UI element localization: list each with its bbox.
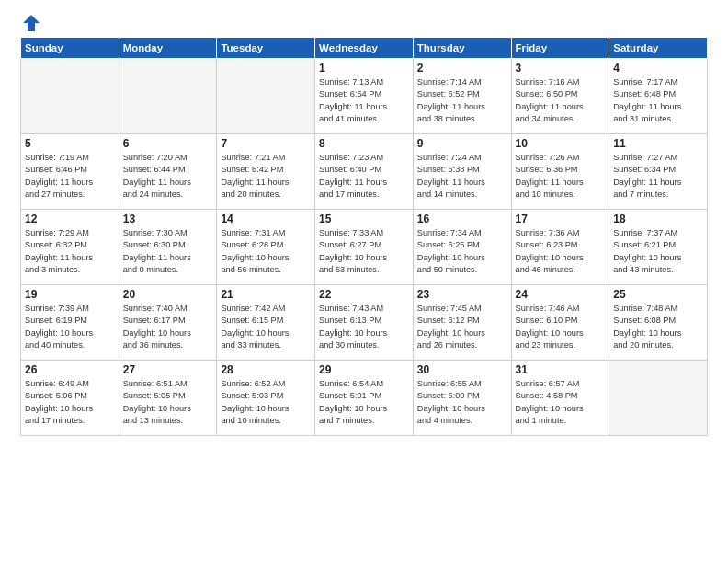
day-number: 27: [123, 363, 213, 376]
calendar-cell: 23Sunrise: 7:45 AM Sunset: 6:12 PM Dayli…: [413, 285, 511, 361]
calendar-cell: 25Sunrise: 7:48 AM Sunset: 6:08 PM Dayli…: [609, 285, 708, 361]
week-row-4: 19Sunrise: 7:39 AM Sunset: 6:19 PM Dayli…: [21, 285, 708, 361]
day-info: Sunrise: 6:51 AM Sunset: 5:05 PM Dayligh…: [123, 378, 213, 427]
calendar-cell: 22Sunrise: 7:43 AM Sunset: 6:13 PM Dayli…: [315, 285, 414, 361]
day-number: 10: [516, 137, 606, 150]
calendar-cell: 6Sunrise: 7:20 AM Sunset: 6:44 PM Daylig…: [119, 134, 217, 210]
day-info: Sunrise: 6:49 AM Sunset: 5:06 PM Dayligh…: [25, 378, 115, 427]
day-number: 24: [516, 288, 606, 301]
day-number: 16: [417, 213, 507, 225]
week-row-5: 26Sunrise: 6:49 AM Sunset: 5:06 PM Dayli…: [21, 361, 708, 436]
day-number: 1: [319, 62, 409, 75]
weekday-header-tuesday: Tuesday: [217, 38, 315, 59]
day-info: Sunrise: 7:30 AM Sunset: 6:30 PM Dayligh…: [123, 227, 213, 276]
weekday-header-monday: Monday: [119, 38, 217, 59]
calendar-cell: 16Sunrise: 7:34 AM Sunset: 6:25 PM Dayli…: [413, 210, 511, 285]
weekday-header-sunday: Sunday: [21, 38, 119, 59]
day-number: 11: [613, 137, 703, 150]
calendar-cell: [119, 59, 217, 134]
weekday-header-friday: Friday: [511, 38, 609, 59]
day-info: Sunrise: 7:14 AM Sunset: 6:52 PM Dayligh…: [417, 76, 507, 125]
day-number: 25: [613, 288, 703, 301]
day-info: Sunrise: 7:48 AM Sunset: 6:08 PM Dayligh…: [613, 303, 703, 351]
day-info: Sunrise: 7:36 AM Sunset: 6:23 PM Dayligh…: [516, 227, 606, 276]
day-number: 23: [417, 288, 507, 301]
calendar-cell: 26Sunrise: 6:49 AM Sunset: 5:06 PM Dayli…: [21, 361, 119, 436]
day-number: 6: [123, 137, 213, 150]
calendar-cell: 19Sunrise: 7:39 AM Sunset: 6:19 PM Dayli…: [21, 285, 119, 361]
calendar-cell: 28Sunrise: 6:52 AM Sunset: 5:03 PM Dayli…: [217, 361, 315, 436]
day-info: Sunrise: 6:52 AM Sunset: 5:03 PM Dayligh…: [221, 378, 311, 427]
day-info: Sunrise: 7:29 AM Sunset: 6:32 PM Dayligh…: [25, 227, 115, 276]
header: [20, 17, 708, 29]
day-info: Sunrise: 6:55 AM Sunset: 5:00 PM Dayligh…: [417, 378, 507, 427]
calendar-cell: [21, 59, 119, 134]
week-row-2: 5Sunrise: 7:19 AM Sunset: 6:46 PM Daylig…: [21, 134, 708, 210]
svg-marker-0: [23, 15, 40, 31]
calendar-cell: 18Sunrise: 7:37 AM Sunset: 6:21 PM Dayli…: [609, 210, 708, 285]
calendar-cell: 21Sunrise: 7:42 AM Sunset: 6:15 PM Dayli…: [217, 285, 315, 361]
day-info: Sunrise: 7:33 AM Sunset: 6:27 PM Dayligh…: [319, 227, 409, 276]
weekday-header-row: SundayMondayTuesdayWednesdayThursdayFrid…: [21, 38, 708, 59]
logo: [20, 17, 41, 29]
calendar-cell: 17Sunrise: 7:36 AM Sunset: 6:23 PM Dayli…: [511, 210, 609, 285]
weekday-header-saturday: Saturday: [609, 38, 708, 59]
calendar-cell: 31Sunrise: 6:57 AM Sunset: 4:58 PM Dayli…: [511, 361, 609, 436]
calendar-cell: 27Sunrise: 6:51 AM Sunset: 5:05 PM Dayli…: [119, 361, 217, 436]
calendar-cell: 5Sunrise: 7:19 AM Sunset: 6:46 PM Daylig…: [21, 134, 119, 210]
day-number: 31: [516, 363, 606, 376]
calendar-cell: [217, 59, 315, 134]
calendar-cell: 2Sunrise: 7:14 AM Sunset: 6:52 PM Daylig…: [413, 59, 511, 134]
calendar-cell: 4Sunrise: 7:17 AM Sunset: 6:48 PM Daylig…: [609, 59, 708, 134]
calendar-cell: 14Sunrise: 7:31 AM Sunset: 6:28 PM Dayli…: [217, 210, 315, 285]
day-number: 3: [516, 62, 606, 75]
day-number: 13: [123, 213, 213, 225]
day-number: 26: [25, 363, 115, 376]
day-info: Sunrise: 7:20 AM Sunset: 6:44 PM Dayligh…: [123, 152, 213, 201]
week-row-3: 12Sunrise: 7:29 AM Sunset: 6:32 PM Dayli…: [21, 210, 708, 285]
calendar-cell: 9Sunrise: 7:24 AM Sunset: 6:38 PM Daylig…: [413, 134, 511, 210]
day-info: Sunrise: 7:39 AM Sunset: 6:19 PM Dayligh…: [25, 303, 115, 351]
day-info: Sunrise: 7:42 AM Sunset: 6:15 PM Dayligh…: [221, 303, 311, 351]
day-info: Sunrise: 7:13 AM Sunset: 6:54 PM Dayligh…: [319, 76, 409, 125]
calendar-cell: 30Sunrise: 6:55 AM Sunset: 5:00 PM Dayli…: [413, 361, 511, 436]
calendar-cell: 15Sunrise: 7:33 AM Sunset: 6:27 PM Dayli…: [315, 210, 414, 285]
calendar-cell: 11Sunrise: 7:27 AM Sunset: 6:34 PM Dayli…: [609, 134, 708, 210]
day-number: 4: [613, 62, 703, 75]
page: SundayMondayTuesdayWednesdayThursdayFrid…: [0, 0, 728, 563]
day-number: 30: [417, 363, 507, 376]
day-info: Sunrise: 7:45 AM Sunset: 6:12 PM Dayligh…: [417, 303, 507, 351]
day-info: Sunrise: 7:43 AM Sunset: 6:13 PM Dayligh…: [319, 303, 409, 351]
calendar-cell: 24Sunrise: 7:46 AM Sunset: 6:10 PM Dayli…: [511, 285, 609, 361]
calendar-cell: 8Sunrise: 7:23 AM Sunset: 6:40 PM Daylig…: [315, 134, 414, 210]
day-info: Sunrise: 7:27 AM Sunset: 6:34 PM Dayligh…: [613, 152, 703, 201]
day-info: Sunrise: 7:26 AM Sunset: 6:36 PM Dayligh…: [516, 152, 606, 201]
day-info: Sunrise: 7:46 AM Sunset: 6:10 PM Dayligh…: [516, 303, 606, 351]
day-info: Sunrise: 7:24 AM Sunset: 6:38 PM Dayligh…: [417, 152, 507, 201]
calendar-cell: 7Sunrise: 7:21 AM Sunset: 6:42 PM Daylig…: [217, 134, 315, 210]
day-number: 5: [25, 137, 115, 150]
day-number: 7: [221, 137, 311, 150]
logo-icon: [21, 13, 41, 33]
calendar: SundayMondayTuesdayWednesdayThursdayFrid…: [20, 37, 708, 436]
day-info: Sunrise: 7:37 AM Sunset: 6:21 PM Dayligh…: [613, 227, 703, 276]
calendar-cell: 29Sunrise: 6:54 AM Sunset: 5:01 PM Dayli…: [315, 361, 414, 436]
day-number: 9: [417, 137, 507, 150]
day-number: 2: [417, 62, 507, 75]
day-info: Sunrise: 7:34 AM Sunset: 6:25 PM Dayligh…: [417, 227, 507, 276]
day-info: Sunrise: 6:54 AM Sunset: 5:01 PM Dayligh…: [319, 378, 409, 427]
day-info: Sunrise: 6:57 AM Sunset: 4:58 PM Dayligh…: [516, 378, 606, 427]
day-number: 17: [516, 213, 606, 225]
day-number: 12: [25, 213, 115, 225]
weekday-header-thursday: Thursday: [413, 38, 511, 59]
day-number: 14: [221, 213, 311, 225]
day-number: 15: [319, 213, 409, 225]
calendar-cell: 3Sunrise: 7:16 AM Sunset: 6:50 PM Daylig…: [511, 59, 609, 134]
week-row-1: 1Sunrise: 7:13 AM Sunset: 6:54 PM Daylig…: [21, 59, 708, 134]
day-info: Sunrise: 7:23 AM Sunset: 6:40 PM Dayligh…: [319, 152, 409, 201]
calendar-cell: 12Sunrise: 7:29 AM Sunset: 6:32 PM Dayli…: [21, 210, 119, 285]
day-info: Sunrise: 7:21 AM Sunset: 6:42 PM Dayligh…: [221, 152, 311, 201]
day-number: 8: [319, 137, 409, 150]
day-number: 21: [221, 288, 311, 301]
calendar-cell: [609, 361, 708, 436]
